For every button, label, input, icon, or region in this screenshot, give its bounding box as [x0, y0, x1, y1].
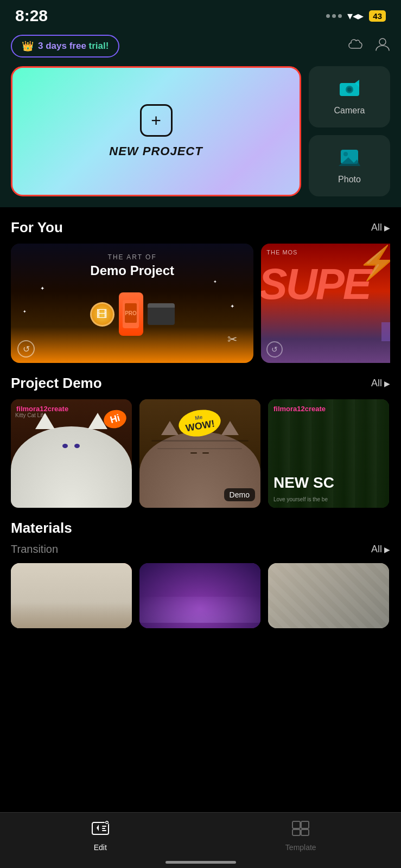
materials-title: Materials — [11, 508, 390, 540]
signal-dot-1 — [326, 14, 330, 18]
trial-trial-text: trial! — [86, 41, 109, 51]
camera-button[interactable]: Camera — [309, 66, 390, 127]
scissors-icon: ✂ — [227, 333, 237, 347]
super-card-subtitle: THE MOS — [266, 249, 297, 256]
phone-visual: PRO — [119, 292, 143, 336]
project-demo-item-3[interactable]: filmora12create NEW SC Love yourself is … — [268, 399, 389, 508]
project-demo-item-2[interactable]: Me WOW! Demo — [139, 399, 260, 508]
svg-text:PRO: PRO — [125, 310, 137, 316]
svg-rect-18 — [102, 830, 106, 831]
new-project-plus-icon: + — [140, 104, 173, 137]
clapboard-icon — [148, 303, 175, 325]
trial-text: 3 days free trial! — [38, 41, 109, 52]
svg-point-3 — [347, 87, 352, 92]
svg-rect-16 — [102, 826, 106, 827]
signal-dot-3 — [338, 14, 342, 18]
photo-label: Photo — [338, 175, 361, 184]
new-project-label: NEW PROJECT — [109, 144, 202, 158]
wifi-icon: ▾◂▸ — [347, 9, 364, 22]
svg-point-0 — [379, 39, 386, 45]
love-text: Love yourself is the be — [273, 496, 328, 502]
crown-icon: 👑 — [22, 40, 34, 52]
svg-rect-24 — [292, 829, 300, 835]
template-tab-label: Template — [285, 843, 316, 852]
tab-bar: Edit Template — [0, 812, 401, 868]
project-demo-scroll: filmora12create Kitty Cat Life Hi — [11, 399, 390, 508]
new-project-card[interactable]: + NEW PROJECT — [11, 66, 301, 196]
for-you-all-label: All — [371, 222, 382, 233]
transition-header: Transition All ▶ — [11, 540, 390, 563]
side-buttons: Camera Photo — [309, 66, 390, 196]
svg-rect-25 — [301, 829, 309, 835]
svg-rect-23 — [301, 821, 309, 828]
project-demo-all-label: All — [371, 378, 382, 389]
material-card-2[interactable] — [139, 563, 260, 628]
materials-scroll: HOT — [11, 563, 390, 634]
replay-icon: ↺ — [17, 340, 35, 358]
status-icons: ▾◂▸ 43 — [326, 9, 386, 22]
top-icons — [348, 36, 390, 56]
photo-button[interactable]: Photo — [309, 135, 390, 196]
project-row: + NEW PROJECT Camera — [11, 66, 390, 196]
project-demo-item-1[interactable]: filmora12create Kitty Cat Life Hi — [11, 399, 132, 508]
super-card-title: SUPE — [261, 263, 370, 306]
project-demo-header: Project Demo All ▶ — [11, 363, 390, 399]
home-indicator — [166, 861, 236, 864]
profile-button[interactable] — [375, 36, 390, 56]
transition-all-label: All — [371, 544, 382, 555]
trial-badge[interactable]: 👑 3 days free trial! — [11, 35, 119, 58]
edit-tab-icon — [91, 820, 110, 840]
materials-section: Materials Transition All ▶ HOT — [11, 508, 390, 634]
demo-card-visual: 🎞 PRO ✂ — [11, 282, 253, 347]
camera-icon — [339, 79, 360, 101]
filmora-tag-3: filmora12create — [273, 405, 326, 413]
demo-card-subtitle: THE ART OF — [108, 253, 157, 261]
film-reel-icon: 🎞 — [90, 302, 114, 327]
transition-arrow-icon: ▶ — [384, 545, 390, 554]
tab-edit[interactable]: Edit — [73, 820, 128, 852]
demo-card-background: THE ART OF Demo Project 🎞 PRO ✂ — [11, 244, 253, 363]
filmora-tag-1: filmora12create — [16, 405, 68, 413]
battery-indicator: 43 — [369, 10, 386, 22]
trial-free-text: 3 days free — [38, 41, 86, 51]
project-demo-all-button[interactable]: All ▶ — [371, 378, 390, 389]
super-replay-icon: ↺ — [266, 341, 283, 358]
for-you-arrow-icon: ▶ — [384, 224, 390, 232]
svg-point-6 — [343, 152, 348, 156]
template-tab-icon — [291, 820, 310, 840]
signal-dot-2 — [332, 14, 336, 18]
photo-icon — [339, 148, 360, 170]
project-demo-arrow-icon: ▶ — [384, 379, 390, 388]
signal-dots — [326, 14, 342, 18]
demo-badge: Demo — [224, 488, 255, 501]
svg-marker-15 — [97, 825, 99, 831]
camera-label: Camera — [334, 106, 365, 116]
for-you-header: For You All ▶ — [11, 207, 390, 244]
transition-label: Transition — [11, 543, 58, 556]
cloud-button[interactable] — [348, 37, 364, 55]
kitty-tag-1: Kitty Cat Life — [15, 412, 46, 418]
tab-template[interactable]: Template — [273, 820, 328, 852]
for-you-title: For You — [11, 219, 63, 236]
super-card-background: THE MOS ⚡ SUPE ↺ — [261, 244, 390, 363]
status-bar: 8:28 ▾◂▸ 43 — [0, 0, 401, 29]
edit-tab-label: Edit — [94, 843, 107, 852]
for-you-all-button[interactable]: All ▶ — [371, 222, 390, 233]
svg-rect-17 — [102, 828, 105, 829]
new-sc-text: NEW SC — [273, 474, 334, 492]
material-card-3[interactable] — [268, 563, 389, 628]
demo-card-title: Demo Project — [90, 263, 174, 278]
status-time: 8:28 — [15, 7, 48, 25]
for-you-scroll: THE ART OF Demo Project 🎞 PRO ✂ — [11, 244, 390, 363]
top-bar: 👑 3 days free trial! — [0, 29, 401, 66]
main-content: For You All ▶ THE ART OF Demo Project 🎞 … — [0, 207, 401, 699]
project-demo-title: Project Demo — [11, 375, 102, 392]
svg-rect-22 — [292, 821, 300, 828]
for-you-card-super[interactable]: THE MOS ⚡ SUPE ↺ — [261, 244, 390, 363]
material-card-1[interactable]: HOT — [11, 563, 132, 628]
transition-all-button[interactable]: All ▶ — [371, 544, 390, 555]
for-you-card-demo[interactable]: THE ART OF Demo Project 🎞 PRO ✂ — [11, 244, 253, 363]
svg-point-21 — [106, 822, 107, 824]
main-top: + NEW PROJECT Camera — [0, 66, 401, 207]
